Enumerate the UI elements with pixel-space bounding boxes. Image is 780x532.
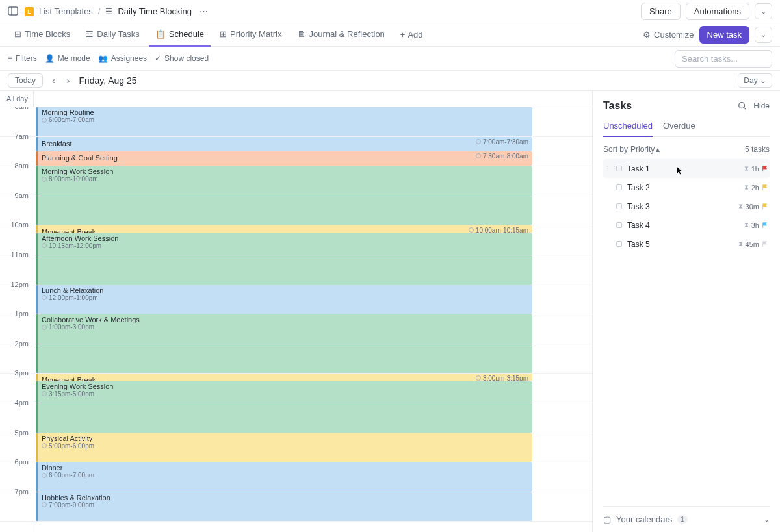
your-calendars-label: Your calendars	[616, 514, 672, 524]
assignees-label: Assignees	[111, 54, 147, 63]
task-row[interactable]: ⋮⋮ Task 2 ⧗ 2h	[603, 178, 770, 197]
task-meta: ⧗ 2h	[744, 184, 768, 192]
tab-label: Journal & Reflection	[309, 29, 385, 39]
hour-row: 5pm	[0, 433, 592, 463]
new-task-button[interactable]: New task	[699, 26, 749, 44]
task-name: Task 4	[627, 221, 650, 230]
tab-priority-matrix[interactable]: ⊞Priority Matrix	[213, 23, 288, 47]
share-button[interactable]: Share	[641, 3, 681, 20]
add-view-button[interactable]: +Add	[394, 30, 430, 40]
hour-label: 12pm	[0, 281, 34, 288]
allday-row: All day	[0, 91, 592, 107]
assignees-button[interactable]: 👥Assignees	[98, 54, 147, 63]
chevron-down-icon[interactable]: ⌄	[755, 3, 772, 19]
hour-row: 7pm	[0, 492, 592, 522]
sort-field-button[interactable]: Priority▴	[630, 145, 660, 154]
breadcrumb-list[interactable]: Daily Time Blocking	[118, 6, 191, 16]
search-icon[interactable]	[738, 101, 747, 110]
view-range-select[interactable]: Day ⌄	[738, 73, 772, 88]
hour-label: 4pm	[0, 399, 34, 407]
task-duration: 1h	[751, 165, 759, 173]
flag-icon	[762, 203, 768, 210]
more-icon[interactable]: ⋯	[197, 5, 211, 18]
customize-button[interactable]: ⚙Customize	[643, 30, 694, 40]
filters-button[interactable]: ≡Filters	[8, 54, 37, 63]
today-button[interactable]: Today	[8, 73, 43, 88]
task-meta: ⧗ 30m	[738, 203, 768, 210]
status-checkbox[interactable]	[616, 184, 622, 190]
allday-body[interactable]	[34, 91, 592, 107]
task-row[interactable]: ⋮⋮ Task 4 ⧗ 3h	[603, 216, 770, 234]
hourglass-icon: ⧗	[744, 165, 749, 173]
customize-label: Customize	[654, 30, 694, 40]
tab-daily-tasks[interactable]: ☲Daily Tasks	[79, 23, 146, 47]
people-icon: 👥	[98, 54, 108, 63]
tab-overdue[interactable]: Overdue	[663, 121, 696, 136]
task-row[interactable]: ⋮⋮ Task 5 ⧗ 45m	[603, 234, 770, 253]
tasks-tabs: Unscheduled Overdue	[603, 121, 770, 137]
task-duration: 2h	[751, 184, 759, 192]
next-day-button[interactable]: ›	[64, 74, 73, 87]
calendar: All day Morning Routine6:00am-7:00amBrea…	[0, 91, 593, 532]
sort-asc-icon: ▴	[656, 145, 660, 154]
status-checkbox[interactable]	[616, 166, 622, 171]
filter-icon: ≡	[8, 54, 12, 63]
tab-time-blocks[interactable]: ⊞Time Blocks	[8, 23, 77, 47]
hour-label: 10am	[0, 221, 34, 229]
hour-label: 6pm	[0, 458, 34, 466]
main: All day Morning Routine6:00am-7:00amBrea…	[0, 90, 780, 532]
filters-label: Filters	[16, 54, 37, 63]
task-meta: ⧗ 3h	[744, 222, 768, 229]
tab-unscheduled[interactable]: Unscheduled	[603, 121, 653, 137]
hour-label: 7am	[0, 133, 34, 140]
task-row[interactable]: ⋮⋮ Task 1 ⧗ 1h	[603, 159, 770, 178]
hour-label: 1pm	[0, 310, 34, 318]
list-icon: ☰	[105, 7, 112, 16]
sidebar-toggle-icon[interactable]	[8, 6, 20, 18]
hour-row: 2pm	[0, 344, 592, 374]
hour-label: 11am	[0, 251, 34, 259]
calendars-badge: 1	[677, 515, 688, 524]
hour-row: 1pm	[0, 314, 592, 344]
me-mode-button[interactable]: 👤Me mode	[45, 54, 90, 63]
grid-icon: ⊞	[220, 29, 227, 39]
tab-journal[interactable]: 🗎Journal & Reflection	[291, 23, 391, 47]
hour-row: 3pm	[0, 374, 592, 403]
automations-button[interactable]: Automations	[686, 3, 749, 20]
status-checkbox[interactable]	[616, 203, 622, 209]
hour-row: 11am	[0, 255, 592, 285]
task-name: Task 1	[627, 164, 650, 173]
show-closed-button[interactable]: ✓Show closed	[155, 54, 209, 63]
gear-icon: ⚙	[643, 30, 651, 40]
list-icon: ⊞	[14, 29, 21, 39]
prev-day-button[interactable]: ‹	[49, 74, 58, 87]
tasks-header-actions: Hide	[738, 101, 770, 110]
flag-icon	[762, 166, 768, 172]
topbar-actions: Share Automations ⌄	[641, 3, 772, 20]
breadcrumb-folder[interactable]: List Templates	[39, 6, 93, 16]
chevron-down-icon[interactable]: ⌄	[755, 27, 772, 43]
doc-icon: 🗎	[298, 29, 306, 39]
list-icon: ☲	[86, 29, 94, 39]
tab-label: Priority Matrix	[230, 29, 281, 39]
calendar-grid[interactable]: Morning Routine6:00am-7:00amBreakfast 7:…	[0, 107, 592, 532]
hour-label: 5pm	[0, 429, 34, 437]
status-checkbox[interactable]	[616, 222, 622, 228]
flag-icon	[762, 184, 768, 191]
status-checkbox[interactable]	[616, 241, 622, 247]
tab-label: Schedule	[169, 29, 204, 39]
task-name: Task 5	[627, 240, 650, 249]
tab-schedule[interactable]: 📋Schedule	[149, 23, 211, 47]
allday-label: All day	[0, 91, 34, 107]
hour-label: 2pm	[0, 340, 34, 348]
view-range: Day	[744, 76, 757, 85]
flag-icon	[762, 222, 768, 229]
task-duration: 30m	[746, 203, 759, 210]
date-label: Friday, Aug 25	[79, 75, 136, 86]
your-calendars-section[interactable]: ▢ Your calendars 1 ⌄	[603, 506, 770, 532]
task-duration: 3h	[751, 222, 759, 229]
drag-handle-icon[interactable]: ⋮⋮	[604, 165, 611, 172]
search-input[interactable]	[675, 50, 772, 68]
task-row[interactable]: ⋮⋮ Task 3 ⧗ 30m	[603, 197, 770, 216]
hide-button[interactable]: Hide	[753, 101, 770, 110]
